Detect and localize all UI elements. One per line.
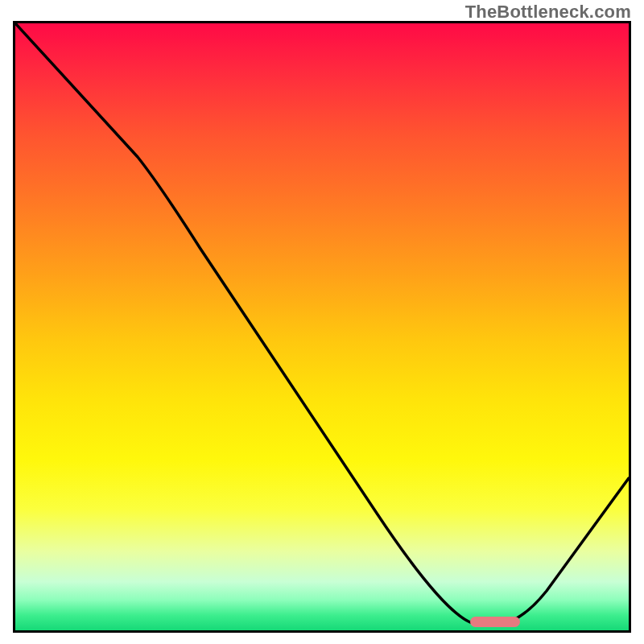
- optimal-range-marker: [470, 617, 520, 627]
- chart-curve-layer: [15, 23, 629, 630]
- bottleneck-curve-line: [15, 23, 629, 624]
- watermark-text: TheBottleneck.com: [465, 2, 631, 23]
- chart-frame: [13, 21, 631, 633]
